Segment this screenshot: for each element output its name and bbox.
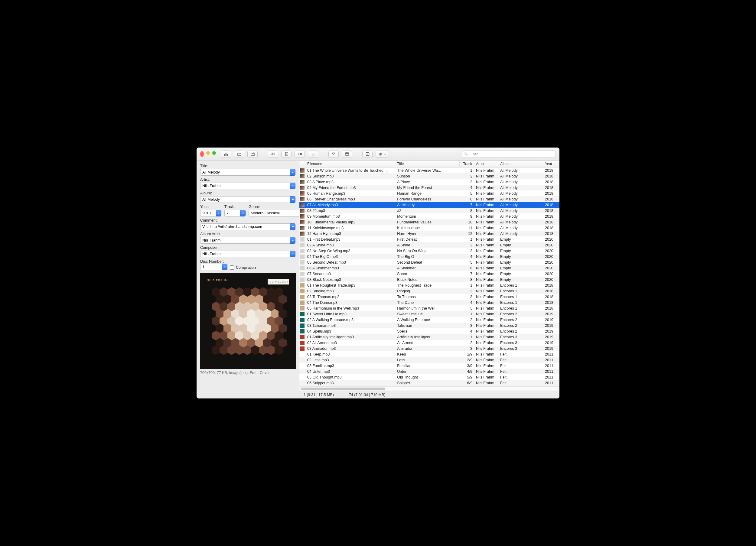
cell-track: 1/9 bbox=[460, 352, 474, 356]
table-row[interactable]: 12 Harm Hymn.mp3Harm Hymn12Nils FrahmAll… bbox=[299, 231, 559, 236]
table-row[interactable]: 01 Artificially Intelligent.mp3Artificia… bbox=[299, 334, 559, 340]
number-source-button[interactable] bbox=[268, 151, 278, 158]
table-row[interactable]: 03 No Step On Wing.mp3No Step On Wing3Ni… bbox=[299, 248, 559, 254]
col-filename[interactable]: Filename bbox=[305, 161, 395, 167]
artist-field[interactable] bbox=[200, 183, 290, 189]
close-window-button[interactable] bbox=[200, 151, 204, 157]
cell-track: 2 bbox=[460, 341, 474, 345]
edit-button[interactable] bbox=[362, 151, 373, 158]
link-source-button[interactable] bbox=[295, 151, 305, 158]
browser-button[interactable] bbox=[342, 151, 352, 158]
album-dropdown[interactable] bbox=[290, 196, 295, 203]
table-row[interactable]: 05 Human Range.mp3Human Range5Nils Frahm… bbox=[299, 190, 559, 196]
table-row[interactable]: 04 The Dane.mp3The Dane4Nils FrahmEncore… bbox=[299, 300, 559, 305]
track-field[interactable] bbox=[224, 210, 240, 216]
list-view-button[interactable] bbox=[308, 151, 318, 158]
table-row[interactable]: 05 Old Thought.mp3Old Thought5/9Nils Fra… bbox=[299, 374, 559, 380]
table-row[interactable]: 06 Snippet.mp3Snippet6/9Nils FrahmFelt20… bbox=[299, 380, 559, 386]
table-row[interactable]: 07 Sonar.mp3Sonar7Nils FrahmEmpty2020 bbox=[299, 271, 559, 277]
table-row[interactable]: 05 Harmonium in the Well.mp3Harmonium in… bbox=[299, 305, 559, 311]
composer-field[interactable] bbox=[200, 251, 290, 257]
minimize-window-button[interactable] bbox=[206, 151, 210, 155]
comment-dropdown[interactable] bbox=[290, 223, 295, 230]
cell-filename: 12 Harm Hymn.mp3 bbox=[305, 232, 395, 236]
save-button[interactable] bbox=[221, 151, 231, 158]
cell-filename: 01 The Whole Universe Wants to Be Touche… bbox=[305, 168, 395, 173]
album-art[interactable]: NILS FRAHM ALL MELODY bbox=[200, 273, 296, 369]
table-row[interactable]: 04 The Big O.mp3The Big O4Nils FrahmEmpt… bbox=[299, 254, 559, 259]
table-row[interactable]: 04 My Friend the Forest.mp3My Friend the… bbox=[299, 185, 559, 190]
table-row[interactable]: 04 Unter.mp3Unter4/9Nils FrahmFelt2011 bbox=[299, 369, 559, 374]
table-row[interactable]: 02 All Armed.mp3All Armed2Nils FrahmEnco… bbox=[299, 340, 559, 346]
year-dropdown[interactable] bbox=[216, 210, 221, 216]
table-row[interactable]: 03 Amirador.mp3Amirador3Nils FrahmEncore… bbox=[299, 346, 559, 351]
album-artist-dropdown[interactable] bbox=[290, 237, 295, 244]
table-row[interactable]: 02 Less.mp3Less2/9Nils FrahmFelt2011 bbox=[299, 357, 559, 363]
table-row[interactable]: 08 Black Notes.mp3Black Notes8Nils Frahm… bbox=[299, 277, 559, 282]
export-file-button[interactable] bbox=[281, 151, 292, 158]
compilation-wrap[interactable]: Compilation bbox=[230, 265, 256, 270]
table-row[interactable]: 02 Ringing.mp3Ringing2Nils FrahmEncores … bbox=[299, 288, 559, 294]
table-row[interactable]: 07 All Melody.mp3All Melody7Nils FrahmAl… bbox=[299, 202, 559, 208]
composer-dropdown[interactable] bbox=[290, 251, 295, 257]
cell-track: 7 bbox=[460, 272, 474, 276]
track-dropdown[interactable] bbox=[240, 210, 246, 216]
table-row[interactable]: 01 The Whole Universe Wants to Be Touche… bbox=[299, 167, 559, 173]
table-row[interactable]: 02 A Walking Embrace.mp3A Walking Embrac… bbox=[299, 317, 559, 323]
table-row[interactable]: 01 The Roughest Trade.mp3The Roughest Tr… bbox=[299, 282, 559, 288]
horizontal-scrollbar[interactable] bbox=[299, 386, 559, 391]
year-field[interactable] bbox=[200, 210, 216, 216]
col-track[interactable]: Track bbox=[460, 161, 474, 167]
add-folder-button[interactable] bbox=[247, 151, 258, 158]
title-label: Title: bbox=[200, 164, 295, 168]
album-field[interactable] bbox=[200, 196, 290, 203]
table-header[interactable]: Filename Title Track Artist Album Year bbox=[299, 161, 559, 167]
auto-fix-button[interactable] bbox=[328, 151, 339, 158]
title-field[interactable] bbox=[200, 169, 290, 176]
cell-year: 2019 bbox=[543, 323, 559, 328]
col-title[interactable]: Title bbox=[395, 161, 460, 167]
table-row[interactable]: 10 Fundamental Values.mp3Fundamental Val… bbox=[299, 219, 559, 225]
comment-field[interactable] bbox=[200, 223, 290, 230]
table-row[interactable]: 03 Talisman.mp3Talisman3Nils FrahmEncore… bbox=[299, 323, 559, 328]
cell-title: All Armed bbox=[395, 341, 460, 345]
disc-field[interactable] bbox=[200, 264, 222, 270]
filter-input[interactable] bbox=[469, 152, 554, 156]
open-folder-button[interactable] bbox=[234, 151, 244, 158]
album-thumb-icon bbox=[300, 220, 305, 224]
table-row[interactable]: 01 Sweet Little Lie.mp3Sweet Little Lie1… bbox=[299, 311, 559, 317]
title-dropdown[interactable] bbox=[290, 169, 295, 176]
album-thumb-icon bbox=[300, 346, 305, 351]
table-row[interactable]: 02 A Shine.mp3A Shine2Nils FrahmEmpty202… bbox=[299, 242, 559, 248]
table-body[interactable]: 01 The Whole Universe Wants to Be Touche… bbox=[299, 167, 559, 386]
zoom-window-button[interactable] bbox=[212, 151, 216, 155]
web-lookup-button[interactable] bbox=[376, 151, 389, 158]
album-artist-field[interactable] bbox=[200, 237, 290, 244]
filter-search[interactable] bbox=[462, 151, 556, 158]
table-row[interactable]: 04 Spells.mp3Spells4Nils FrahmEncores 22… bbox=[299, 328, 559, 334]
compilation-checkbox[interactable] bbox=[230, 265, 234, 270]
table-row[interactable]: 01 First Defeat.mp3First Defeat1Nils Fra… bbox=[299, 236, 559, 242]
disc-dropdown[interactable] bbox=[222, 264, 227, 270]
table-row[interactable]: 11 Kaleidoscope.mp3Kaleidoscope11Nils Fr… bbox=[299, 225, 559, 231]
genre-field[interactable] bbox=[249, 210, 299, 216]
cell-filename: 09 Momentum.mp3 bbox=[305, 214, 395, 219]
table-row[interactable]: 03 Familiar.mp3Familiar3/9Nils FrahmFelt… bbox=[299, 363, 559, 369]
table-row[interactable]: 09 Momentum.mp3Momentum9Nils FrahmAll Me… bbox=[299, 213, 559, 219]
cell-filename: 04 The Dane.mp3 bbox=[305, 301, 395, 305]
table-row[interactable]: 03 To Thomas.mp3To Thomas3Nils FrahmEnco… bbox=[299, 294, 559, 300]
col-album[interactable]: Album bbox=[498, 161, 543, 167]
cell-album: All Melody bbox=[498, 174, 543, 178]
table-row[interactable]: 01 Keep.mp3Keep1/9Nils FrahmFelt2011 bbox=[299, 351, 559, 357]
table-row[interactable]: 08 #2.mp3#28Nils FrahmAll Melody2018 bbox=[299, 208, 559, 213]
table-row[interactable]: 06 A Shimmer.mp3A Shimmer6Nils FrahmEmpt… bbox=[299, 265, 559, 271]
col-artist[interactable]: Artist bbox=[474, 161, 498, 167]
album-thumb-icon bbox=[300, 272, 305, 276]
table-row[interactable]: 03 A Place.mp3A Place3Nils FrahmAll Melo… bbox=[299, 179, 559, 185]
table-row[interactable]: 05 Second Defeat.mp3Second Defeat5Nils F… bbox=[299, 259, 559, 265]
cell-year: 2018 bbox=[543, 191, 559, 196]
col-year[interactable]: Year bbox=[543, 161, 559, 167]
table-row[interactable]: 02 Sunson.mp3Sunson2Nils FrahmAll Melody… bbox=[299, 173, 559, 179]
table-row[interactable]: 06 Forever Changeless.mp3Forever Changel… bbox=[299, 196, 559, 202]
artist-dropdown[interactable] bbox=[290, 183, 295, 189]
